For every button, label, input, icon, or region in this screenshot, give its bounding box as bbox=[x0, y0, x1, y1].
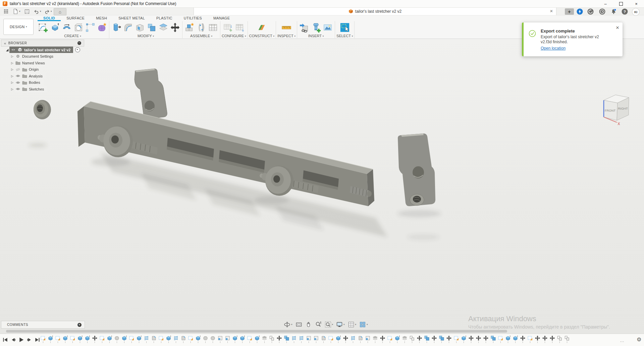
close-window-button[interactable]: × bbox=[629, 0, 644, 7]
workspace-selector[interactable]: DESIGN ▾ bbox=[3, 19, 34, 35]
timeline-feature-split-31[interactable] bbox=[262, 335, 267, 343]
timeline-feature-extrude-7[interactable] bbox=[85, 335, 90, 343]
timeline-feature-sketch-13[interactable] bbox=[129, 335, 135, 343]
timeline-feature-move-60[interactable] bbox=[476, 335, 481, 343]
horizontal-scrollbar[interactable] bbox=[6, 330, 507, 333]
configure-button[interactable] bbox=[222, 21, 234, 34]
create-form-button[interactable] bbox=[96, 21, 108, 34]
new-component-button[interactable] bbox=[184, 21, 195, 34]
timeline-feature-combine-34[interactable] bbox=[284, 335, 289, 343]
timeline-feature-sketch-9[interactable] bbox=[99, 335, 105, 343]
timeline-feature-extrude-12[interactable] bbox=[121, 335, 127, 343]
file-menu-button[interactable] bbox=[12, 8, 19, 14]
press-pull-button[interactable] bbox=[111, 21, 122, 34]
new-tab-button[interactable]: + bbox=[565, 8, 574, 15]
timeline-feature-sketch-17[interactable] bbox=[158, 335, 164, 343]
eye-icon[interactable] bbox=[15, 80, 20, 85]
timeline-feature-extrude-2[interactable] bbox=[48, 335, 53, 343]
viewports-button[interactable]: ▾ bbox=[359, 321, 368, 328]
timeline-feature-box-26[interactable] bbox=[225, 335, 230, 343]
browser-item-label[interactable]: Analysis bbox=[29, 74, 43, 78]
timeline-feature-move-47[interactable] bbox=[380, 335, 385, 343]
user-avatar[interactable]: KI bbox=[632, 8, 640, 16]
timeline-feature-chamfer-39[interactable] bbox=[321, 335, 326, 343]
display-settings-button[interactable]: ▾ bbox=[336, 321, 345, 328]
pan-button[interactable] bbox=[305, 321, 312, 328]
timeline-feature-fillet-11[interactable] bbox=[114, 335, 120, 343]
undo-caret-icon[interactable]: ▾ bbox=[40, 10, 41, 13]
maximize-button[interactable] bbox=[613, 0, 629, 7]
ribbon-group-label-assemble[interactable]: ASSEMBLE ▾ bbox=[184, 34, 219, 38]
viewcube-front-label[interactable]: FRONT bbox=[605, 109, 616, 112]
bom-button[interactable] bbox=[207, 21, 219, 34]
eye-off-icon[interactable] bbox=[15, 67, 20, 72]
root-expander-icon[interactable]: ◢ bbox=[5, 48, 9, 52]
revolve-button[interactable] bbox=[61, 21, 72, 34]
save-button[interactable] bbox=[23, 8, 30, 14]
timeline-feature-move-69[interactable] bbox=[542, 335, 548, 343]
eye-icon[interactable] bbox=[15, 73, 20, 78]
go-to-end-button[interactable] bbox=[34, 336, 41, 343]
ribbon-group-label-inspect[interactable]: INSPECT ▾ bbox=[277, 34, 296, 38]
timeline-feature-thread-36[interactable] bbox=[299, 335, 304, 343]
top-plate-body[interactable] bbox=[135, 69, 167, 119]
eye-icon[interactable] bbox=[11, 47, 16, 52]
timeline-feature-sketch-29[interactable] bbox=[247, 335, 253, 343]
ribbon-tab-surface[interactable]: SURFACE bbox=[61, 15, 90, 21]
timeline-feature-extrude-10[interactable] bbox=[107, 335, 112, 343]
fit-button[interactable]: ▾ bbox=[325, 321, 333, 328]
timeline-feature-box-45[interactable] bbox=[365, 335, 371, 343]
expander-icon[interactable]: ▷ bbox=[10, 61, 14, 65]
timeline-feature-box-25[interactable] bbox=[217, 335, 223, 343]
timeline-feature-move-42[interactable] bbox=[343, 335, 348, 343]
look-at-button[interactable] bbox=[296, 321, 302, 328]
timeline-feature-sketch-67[interactable] bbox=[527, 335, 533, 343]
right-plate-body[interactable] bbox=[398, 133, 435, 206]
insert-fastener-button[interactable] bbox=[310, 21, 322, 34]
step-forward-button[interactable] bbox=[26, 336, 33, 343]
browser-root-label[interactable]: tailor's last stretcher v2 v2 bbox=[24, 48, 70, 52]
orbit-button[interactable]: ▾ bbox=[284, 321, 292, 328]
ribbon-group-label-modify[interactable]: MODIFY ▾ bbox=[111, 34, 181, 38]
browser-item-document-settings[interactable]: ▷⚙Document Settings bbox=[1, 53, 84, 60]
timeline-feature-move-33[interactable] bbox=[276, 335, 282, 343]
orbit-caret-icon[interactable]: ▾ bbox=[291, 323, 292, 326]
shell-button[interactable] bbox=[134, 21, 146, 34]
timeline-feature-chamfer-16[interactable] bbox=[151, 335, 157, 343]
expander-icon[interactable]: ▷ bbox=[10, 55, 14, 58]
browser-item-label[interactable]: Origin bbox=[29, 67, 39, 71]
timeline-feature-copy-51[interactable] bbox=[409, 335, 415, 343]
ribbon-tab-manage[interactable]: MANAGE bbox=[208, 15, 235, 21]
extensions-button[interactable] bbox=[577, 8, 583, 15]
browser-item-bodies[interactable]: ▷Bodies bbox=[1, 79, 84, 86]
ribbon-group-label-create[interactable]: CREATE ▾ bbox=[38, 34, 108, 38]
timeline-feature-extrude-4[interactable] bbox=[62, 335, 68, 343]
expander-icon[interactable]: ▷ bbox=[10, 74, 14, 78]
timeline-feature-thread-19[interactable] bbox=[173, 335, 179, 343]
timeline-feature-extrude-14[interactable] bbox=[136, 335, 142, 343]
add-comment-icon[interactable]: + bbox=[77, 323, 82, 327]
timeline-feature-move-54[interactable] bbox=[431, 335, 437, 343]
timeline-feature-move-70[interactable] bbox=[549, 335, 555, 343]
timeline-feature-fillet-24[interactable] bbox=[210, 335, 216, 343]
ribbon-group-label-insert[interactable]: INSERT ▾ bbox=[299, 34, 333, 38]
browser-root-item[interactable]: ◢ tailor's last stretcher v2 v2 bbox=[1, 47, 84, 53]
ribbon-tab-plastic[interactable]: PLASTIC bbox=[151, 15, 178, 21]
nut-body[interactable] bbox=[34, 100, 51, 119]
zoom-button[interactable] bbox=[315, 321, 322, 328]
timeline-feature-sketch-21[interactable] bbox=[188, 335, 194, 343]
expander-icon[interactable]: ▷ bbox=[10, 81, 14, 84]
minimize-button[interactable]: – bbox=[598, 0, 613, 7]
file-menu-caret-icon[interactable]: ▾ bbox=[19, 10, 20, 13]
expander-icon[interactable]: ▷ bbox=[10, 88, 14, 91]
document-tab[interactable]: tailor's last stretcher v2 v2 × bbox=[194, 8, 556, 15]
timeline-feature-chamfer-20[interactable] bbox=[180, 335, 186, 343]
timeline-feature-copy-71[interactable] bbox=[557, 335, 562, 343]
ribbon-group-label-select[interactable]: SELECT ▾ bbox=[336, 34, 353, 38]
browser-item-sketches[interactable]: ▷Sketches bbox=[1, 86, 84, 93]
timeline-feature-sketch-63[interactable] bbox=[498, 335, 503, 343]
timeline-feature-extrude-28[interactable] bbox=[239, 335, 245, 343]
hole-button[interactable] bbox=[73, 21, 84, 34]
display-caret-icon[interactable]: ▾ bbox=[343, 323, 345, 326]
timeline-feature-chamfer-44[interactable] bbox=[358, 335, 363, 343]
